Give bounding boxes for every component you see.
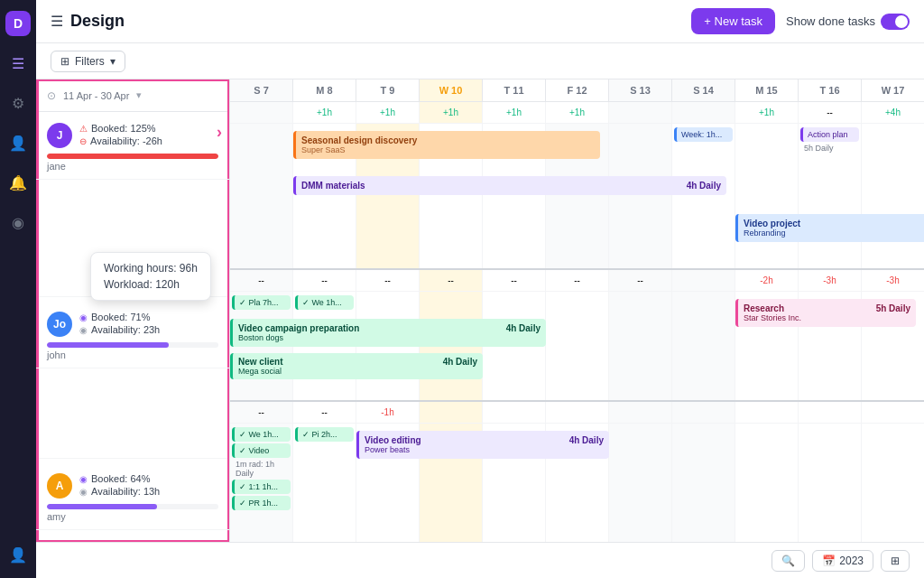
calendar-icon: 📅 bbox=[822, 555, 836, 567]
calendar-btn[interactable]: 📅 2023 bbox=[812, 550, 873, 572]
user-row-amy: A ◉ Booked: 64% ◉ Availability: 13h bbox=[36, 459, 229, 530]
task-video-s7[interactable]: ✓ Video bbox=[232, 443, 291, 458]
task-pi2h-m8[interactable]: ✓ Pi 2h... bbox=[295, 427, 354, 442]
progress-bar-john bbox=[47, 342, 169, 348]
task-campaign-title: Video campaign preparation bbox=[238, 323, 359, 333]
delta-amy-s7: -- bbox=[230, 402, 293, 423]
delta-jane-t11: +1h bbox=[483, 102, 546, 123]
delta-john-t9: -- bbox=[356, 270, 420, 291]
task-pr-s7[interactable]: ✓ PR 1h... bbox=[232, 496, 291, 510]
cal-day-m8: M 8 bbox=[293, 79, 356, 101]
show-done-toggle[interactable] bbox=[881, 14, 910, 30]
toolbar: ⊞ Filters ▾ bbox=[36, 43, 924, 79]
username-jane: jane bbox=[47, 161, 218, 172]
task-we-s7[interactable]: ✓ We 1h... bbox=[232, 427, 291, 442]
booked-icon-amy: ◉ bbox=[79, 474, 88, 484]
task-campaign-wide[interactable]: Video campaign preparation 4h Daily Bost… bbox=[230, 319, 546, 347]
zoom-btn[interactable]: 🔍 bbox=[772, 550, 805, 572]
amy-cell-m8: ✓ Pi 2h... bbox=[293, 424, 356, 542]
user-row-john: Jo ◉ Booked: 71% ◉ Availability: 23h bbox=[36, 297, 229, 368]
header: ☰ Design + New task Show done tasks bbox=[36, 0, 924, 43]
stat-avail-jane: ⊖ Availability: -26h bbox=[79, 135, 162, 146]
john-cell-s13 bbox=[609, 292, 672, 400]
task-video-project-wide[interactable]: Video project Rebranding 3h Daily bbox=[735, 214, 924, 242]
delta-amy-m15 bbox=[735, 402, 799, 423]
sidebar-icon-menu[interactable]: ☰ bbox=[5, 51, 31, 76]
grid-icon: ⊞ bbox=[891, 555, 900, 567]
amy-cell-s7: ✓ We 1h... ✓ Video 1m rad: 1h Daily ✓ 1:… bbox=[230, 424, 293, 542]
task-new-client-sub: Mega social bbox=[238, 367, 477, 376]
overbooked-indicator: › bbox=[217, 123, 222, 142]
delta-jane-w10: +1h bbox=[420, 102, 483, 123]
cal-day-t11: T 11 bbox=[483, 79, 546, 101]
delta-amy-t11 bbox=[483, 402, 546, 423]
new-task-button[interactable]: + New task bbox=[691, 8, 775, 34]
delta-amy-s14 bbox=[672, 402, 735, 423]
task-11-s7[interactable]: ✓ 1:1 1h... bbox=[232, 480, 291, 494]
date-chevron-icon[interactable]: ▾ bbox=[136, 89, 142, 101]
task-research-row: Research 5h Daily bbox=[744, 303, 910, 313]
filter-label: Filters bbox=[75, 55, 105, 68]
task-video-editing-sub: Power beats bbox=[365, 445, 604, 454]
user-header-john: Jo ◉ Booked: 71% ◉ Availability: 23h bbox=[47, 312, 218, 337]
avail-icon-john: ◉ bbox=[79, 325, 88, 335]
task-pla7h[interactable]: ✓ Pla 7h... bbox=[232, 295, 291, 310]
task-seasonal-sub: Super SaaS bbox=[301, 145, 595, 154]
task-dmm-title: DMM materials bbox=[301, 181, 365, 191]
calendar-area[interactable]: S 7 M 8 T 9 W 10 T 11 F 12 S 13 bbox=[230, 79, 924, 542]
task-research-wide[interactable]: Research 5h Daily Star Stories Inc. bbox=[735, 299, 916, 327]
delta-amy-m8: -- bbox=[293, 402, 356, 423]
booked-label-amy: Booked: 64% bbox=[91, 473, 150, 484]
delta-jane-s7 bbox=[230, 102, 293, 123]
avail-icon-amy: ◉ bbox=[79, 487, 88, 497]
john-cell-s14 bbox=[672, 292, 735, 400]
cal-day-m15: M 15 bbox=[735, 79, 799, 101]
filter-button[interactable]: ⊞ Filters ▾ bbox=[51, 51, 125, 72]
task-campaign-daily: 4h Daily bbox=[506, 323, 541, 333]
task-video-sub-row: Rebranding 3h Daily bbox=[744, 228, 924, 238]
cal-day-w17: W 17 bbox=[862, 79, 924, 101]
booked-label-jane: Booked: 125% bbox=[91, 123, 156, 134]
delta-amy-w17 bbox=[862, 402, 924, 423]
tooltip-workload: Workload: 120h bbox=[104, 278, 198, 291]
task-action-plan-jane[interactable]: Action plan bbox=[800, 127, 859, 142]
menu-icon[interactable]: ☰ bbox=[51, 13, 63, 30]
content-area: ⊙ 11 Apr - 30 Apr ▾ J ⚠ Booked: 125% ⊖ bbox=[36, 79, 924, 542]
app-logo: D bbox=[5, 11, 31, 36]
filter-chevron-icon: ▾ bbox=[110, 55, 116, 68]
task-we1h[interactable]: ✓ We 1h... bbox=[295, 295, 354, 310]
booked-icon-jane: ⚠ bbox=[79, 124, 88, 134]
sidebar-icon-users[interactable]: 👤 bbox=[5, 130, 31, 155]
task-new-client-row: New client 4h Daily bbox=[238, 357, 477, 367]
task-video-sub: Rebranding bbox=[744, 228, 786, 238]
amy-cell-w17 bbox=[862, 424, 924, 542]
col-icon: ⊙ bbox=[47, 89, 56, 102]
sidebar-icon-avatar[interactable]: 👤 bbox=[5, 542, 31, 567]
sidebar-icon-settings[interactable]: ⚙ bbox=[5, 90, 31, 116]
delta-john-t11: -- bbox=[483, 270, 546, 291]
task-seasonal-wide[interactable]: Seasonal design discovery Super SaaS bbox=[293, 131, 600, 159]
delta-jane-f12: +1h bbox=[546, 102, 609, 123]
task-new-client-wide[interactable]: New client 4h Daily Mega social bbox=[230, 353, 483, 379]
filter-icon: ⊞ bbox=[60, 55, 69, 68]
progress-bar-jane bbox=[47, 154, 218, 159]
delta-john-f12: -- bbox=[546, 270, 609, 291]
sidebar-icon-notifications[interactable]: 🔔 bbox=[5, 170, 31, 195]
avail-label-amy: Availability: 13h bbox=[91, 486, 160, 497]
delta-jane-m8: +1h bbox=[293, 102, 356, 123]
cal-header: S 7 M 8 T 9 W 10 T 11 F 12 S 13 bbox=[230, 79, 924, 102]
username-john: john bbox=[47, 350, 218, 360]
progress-amy bbox=[47, 504, 218, 509]
grid-btn[interactable]: ⊞ bbox=[881, 550, 910, 572]
task-dmm-wide[interactable]: DMM materials 4h Daily bbox=[293, 176, 726, 195]
amy-cell-s14 bbox=[672, 424, 735, 542]
booked-label-john: Booked: 71% bbox=[91, 312, 150, 322]
date-range-label: 11 Apr - 30 Apr bbox=[63, 90, 129, 101]
task-campaign-sub: Boston dogs bbox=[238, 333, 541, 342]
stat-booked-amy: ◉ Booked: 64% bbox=[79, 473, 160, 484]
task-video-editing-wide[interactable]: Video editing 4h Daily Power beats bbox=[356, 431, 609, 459]
delta-amy-s13 bbox=[609, 402, 672, 423]
sidebar-icon-analytics[interactable]: ◉ bbox=[5, 210, 31, 235]
task-week-1h-jane[interactable]: Week: 1h... bbox=[674, 127, 733, 142]
cal-day-s14: S 14 bbox=[672, 79, 735, 101]
